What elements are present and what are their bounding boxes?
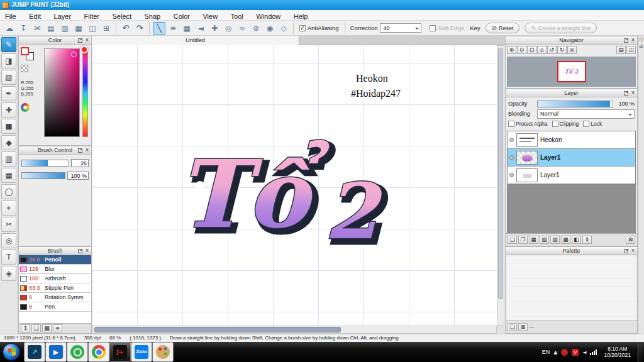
clipping-checkbox-box[interactable] [552,121,558,127]
nav-list-icon[interactable]: ▤ [616,46,626,54]
layer-visibility-icon[interactable] [509,155,514,160]
eraser-tool-icon[interactable]: ◨ [1,53,16,69]
close-icon[interactable]: × [630,247,636,255]
brush-size-slider[interactable] [21,160,69,167]
lock-checkbox[interactable]: Lock [583,121,602,127]
layer-opacity-slider[interactable] [537,101,613,107]
popout-icon[interactable] [624,38,628,43]
menu-snap[interactable]: Snap [140,11,166,21]
hue-slider[interactable] [82,48,88,137]
pen-tool-icon[interactable]: ✒ [1,86,16,101]
undo-icon[interactable]: ↶ [119,22,132,35]
canvas[interactable]: Heokon #Hoidap247 Tổ 2 Tổ 2 [92,45,497,326]
brush-list-item[interactable]: 26.0 Pencil [19,255,91,265]
layer-pattern-icon[interactable]: ▧ [540,236,549,244]
rotate-reset-icon[interactable]: ◎ [567,46,577,54]
correction-dropdown[interactable]: 40 [380,23,421,33]
taskbar-app-store[interactable]: ↗ [24,342,45,362]
ellipse-tool-icon[interactable]: ◎ [1,233,16,248]
nav-dock-icon[interactable]: ◫ [626,46,636,54]
brush-list-item[interactable]: 100 Airbrush [19,274,91,283]
brush-tool-icon[interactable]: ✎ [1,37,16,52]
dock-add-icon[interactable]: ⊞ [640,44,643,49]
taskbar-app-chrome[interactable] [88,342,109,362]
brush-list-item[interactable]: 83.3 Stipple Pen [19,283,91,293]
shape-tool-icon[interactable]: ■ [1,119,16,134]
lock-checkbox-box[interactable] [583,121,589,127]
add-panel-icon[interactable]: ⊞ [100,22,113,35]
concentric-snap-icon[interactable]: ◉ [264,22,276,35]
language-indicator[interactable]: EN [542,349,550,355]
taskbar-clock[interactable]: 8:10 AM 10/20/2021 [601,346,634,358]
protect-alpha-checkbox[interactable]: Protect Alpha [508,121,548,127]
tray-red-icon[interactable] [561,349,568,356]
menu-window[interactable]: Window [251,11,286,21]
menu-edit[interactable]: Edit [24,11,46,21]
palette-list[interactable] [507,256,636,321]
rotate-ccw-icon[interactable]: ↺ [547,46,557,54]
ellipse-snap-icon[interactable]: ◎ [222,22,235,35]
popout-icon[interactable] [78,249,82,253]
redo-icon[interactable]: ↷ [133,22,146,35]
rotate-cw-icon[interactable]: ↻ [557,46,567,54]
popout-icon[interactable] [624,91,628,96]
lasso-tool-icon[interactable]: ◯ [1,184,16,199]
scissors-tool-icon[interactable]: ✂ [1,217,16,232]
brush-menu-icon[interactable]: ≡ [53,324,62,332]
duplicate-layer-icon[interactable]: ❐ [518,236,528,244]
delete-layer-icon[interactable]: ⊠ [626,236,635,244]
reset-button[interactable]: ⊘ Reset [486,23,520,33]
document-tab[interactable]: Untitled [92,36,299,45]
taskbar-app-jump-paint[interactable]: J+ [109,342,131,362]
create-straight-line-button[interactable]: ✎ Create a straight line [525,23,596,33]
blending-dropdown[interactable]: Normal [537,109,635,119]
eyedropper-tool-icon[interactable]: ⌖ [1,200,16,216]
fill-tool-icon[interactable]: ◆ [1,135,16,150]
marquee-tool-icon[interactable]: ▧ [1,70,16,85]
network-icon[interactable] [590,349,597,355]
horizontal-scroll-thumb[interactable] [94,327,341,332]
layer-visibility-icon[interactable] [509,173,514,177]
menu-color[interactable]: Color [169,11,195,21]
popout-icon[interactable] [624,249,628,253]
grid-toggle-icon[interactable]: ▦ [72,22,85,35]
menu-layer[interactable]: Layer [49,11,77,21]
snap-settings-icon[interactable]: ⊛ [250,22,262,35]
brush-opacity-slider[interactable] [21,172,65,179]
grid-select-tool-icon[interactable]: ▦ [1,168,16,183]
vertical-scroll-thumb[interactable] [498,48,503,299]
radial-snap-icon[interactable]: ✚ [208,22,221,35]
tray-v-icon[interactable]: V [572,349,579,356]
note-panel-icon[interactable]: ▤ [45,22,57,35]
menu-select[interactable]: Select [108,11,137,21]
show-desktop-button[interactable] [638,342,643,362]
saturation-value-picker[interactable] [44,48,80,137]
clipping-checkbox[interactable]: Clipping [552,121,579,127]
taskbar-app-paint-palette[interactable] [152,342,174,362]
layer-visibility-icon[interactable] [509,138,514,142]
taskbar-app-browser[interactable]: ▶ [45,342,67,362]
menu-filter[interactable]: Filter [79,11,104,21]
merge-layer-icon[interactable]: ◧ [572,236,581,244]
show-hidden-icons[interactable]: ▲ [553,349,557,355]
layer-grid-icon[interactable]: ▦ [529,236,538,244]
brush-opacity-value[interactable]: 100 % [67,172,89,180]
protect-alpha-checkbox-box[interactable] [508,121,514,127]
close-icon[interactable]: × [84,247,90,255]
menu-tool[interactable]: Tool [226,11,248,21]
text-tool-icon[interactable]: T [1,250,16,265]
close-icon[interactable]: × [84,146,90,154]
straight-line-tool-icon[interactable]: ╲ [153,22,165,35]
menu-file[interactable]: File [0,11,21,21]
zoom-in-icon[interactable]: ⊕ [507,46,516,54]
popout-icon[interactable] [78,38,82,43]
layer-order-icon[interactable]: ↨ [582,236,592,244]
taskbar-app-zalo[interactable]: Zalo [131,342,152,362]
curve-snap-icon[interactable]: ≈ [236,22,248,35]
hue-slider-handle[interactable] [80,46,88,53]
brush-list-item[interactable]: 8 Pen [19,302,91,312]
scroll-up-icon[interactable]: ↥ [21,324,30,332]
close-icon[interactable]: × [84,36,90,44]
brush-folder-icon[interactable]: ▩ [42,324,52,332]
antialiasing-checkbox[interactable]: AntiAliasing [299,25,339,31]
